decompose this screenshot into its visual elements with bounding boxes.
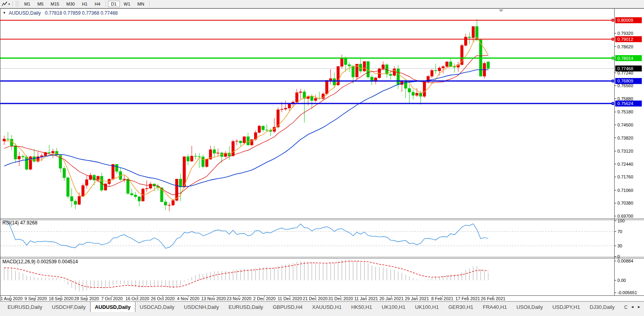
- chart-tab-gbpusd-h4[interactable]: GBPUSD,H4: [268, 302, 307, 312]
- price-tick-label: 0.73120: [617, 149, 633, 153]
- chart-title-symbol: AUDUSD,Daily: [9, 10, 41, 16]
- macd-axis-label: 0.00884: [617, 259, 633, 263]
- chart-tab-usdchf-daily[interactable]: USDCHF,Daily: [47, 302, 90, 312]
- chart-tab-ger30-h1[interactable]: GER30,H1: [444, 302, 478, 312]
- timeframe-button-m5[interactable]: M5: [34, 1, 46, 7]
- chart-tab-eurusd-daily[interactable]: EURUSD,Daily: [3, 302, 46, 312]
- price-level-badge-label: 0.76809: [617, 79, 633, 83]
- price-tick-label: 0.72440: [617, 162, 633, 167]
- date-label: 2 Dec 2020: [253, 296, 276, 301]
- date-label: 11 Dec 2020: [278, 296, 302, 301]
- chart-shift-marker[interactable]: [499, 10, 503, 12]
- tabs-scroll-right-icon[interactable]: ►: [637, 305, 641, 309]
- price-level-badge-label: 0.79012: [617, 37, 633, 42]
- price-tick-label: 0.75880: [617, 96, 633, 101]
- date-label: 18 Sep 2020: [49, 296, 73, 301]
- candles: [3, 19, 490, 211]
- rsi-line: [4, 221, 488, 248]
- date-label: 21 Dec 2020: [303, 296, 328, 301]
- chart-tab-strip: EURUSD,DailyUSDCHF,DailyAUDUSD,DailyUSDC…: [0, 301, 644, 316]
- price-level-badge-label: 0.75624: [617, 101, 633, 106]
- chart-cursor-icon: [2, 2, 8, 7]
- timeframe-button-m15[interactable]: M15: [48, 1, 62, 7]
- price-tick-label: 0.75180: [617, 109, 633, 114]
- date-label: 29 Jan 2021: [405, 296, 429, 301]
- date-label: 7 Oct 2020: [101, 296, 123, 301]
- date-label: 31 Dec 2020: [328, 296, 353, 301]
- macd-signal-line: [4, 261, 488, 288]
- price-level-badge-label: 0.77468: [617, 66, 633, 71]
- price-tick-label: 0.74500: [617, 123, 633, 127]
- rsi-pane-label: RSI(14) 47.9268: [2, 220, 37, 226]
- tabs-scroll-left-icon[interactable]: ◄: [631, 305, 634, 309]
- date-label: 31 Aug 2020: [0, 296, 23, 301]
- price-tick-label: 0.78620: [617, 44, 633, 49]
- price-tick-label: 0.79320: [617, 31, 633, 36]
- chart-tab-hk50-h1[interactable]: HK50,H1: [347, 302, 376, 312]
- timeframe-button-d1[interactable]: D1: [108, 1, 120, 7]
- date-label: 23 Nov 2020: [227, 296, 251, 301]
- timeframe-toolbar: ▾ M1M5M15M30H1H4D1W1MN: [0, 0, 644, 8]
- toolbar-separator: [13, 1, 13, 7]
- timeframe-button-mn[interactable]: MN: [134, 1, 147, 7]
- chart-area[interactable]: 0.793200.786200.779400.772400.765600.758…: [0, 0, 644, 316]
- macd-axis-label: 0.00: [617, 278, 626, 283]
- tab-scroll-controls: ◄ ►: [627, 302, 644, 312]
- chart-tab-xauusd-h1[interactable]: XAUUSD,H1: [308, 302, 346, 312]
- date-label: 4 Nov 2020: [177, 296, 199, 301]
- chart-tab-usdjpy-h1[interactable]: USDJPY,H1: [548, 302, 584, 312]
- price-level-badge-label: 0.80009: [617, 18, 633, 23]
- price-tick-label: 0.73820: [617, 136, 633, 140]
- chart-title-ohlc: 0.77818 0.77859 0.77368 0.77468: [45, 10, 118, 16]
- date-label: 26 Oct 2020: [151, 296, 175, 301]
- toolbar-grip[interactable]: [16, 1, 18, 7]
- price-tick-label: 0.69700: [617, 214, 633, 218]
- toolbar-separator: [106, 1, 106, 7]
- timeframe-button-m30[interactable]: M30: [63, 1, 78, 7]
- chart-tab-usdcad-daily[interactable]: USDCAD,Daily: [135, 302, 179, 312]
- chart-tabs: EURUSD,DailyUSDCHF,DailyAUDUSD,DailyUSDC…: [0, 302, 627, 312]
- price-tick-label: 0.71760: [617, 174, 633, 179]
- date-label: 16 Oct 2020: [125, 296, 149, 301]
- date-label: 28 Sep 2020: [74, 296, 99, 301]
- timeframe-button-w1[interactable]: W1: [121, 1, 134, 7]
- rsi-axis-label: 70: [617, 229, 622, 234]
- rsi-axis-label: 100: [617, 218, 625, 223]
- chart-tab-usoil-daily[interactable]: USOil,Daily: [512, 302, 547, 312]
- chart-tab-audusd-daily[interactable]: AUDUSD,Daily: [90, 302, 135, 312]
- date-label: 11 Jan 2021: [354, 296, 378, 301]
- timeframe-button-h1[interactable]: H1: [79, 1, 91, 7]
- macd-pane-label: MACD(12,26,9) 0.002539 0.004514: [2, 259, 78, 264]
- chart-tab-fra40-h1[interactable]: FRA40,H1: [478, 302, 511, 312]
- dropdown-caret-icon[interactable]: ▾: [8, 2, 10, 6]
- price-tick-label: 0.76560: [617, 83, 633, 88]
- cursor-tool-button[interactable]: ▾: [0, 2, 11, 7]
- chart-tab-dj30-daily[interactable]: DJ30,Daily: [585, 302, 619, 312]
- chart-menu-arrow-icon[interactable]: ▼: [3, 11, 6, 15]
- date-label: 26 Feb 2021: [481, 296, 505, 301]
- mt4-window: ▾ M1M5M15M30H1H4D1W1MN 0.793200.786200.7…: [0, 0, 644, 316]
- date-label: 9 Sep 2020: [25, 296, 47, 301]
- chart-tab-uk100-h1[interactable]: UK100,H1: [377, 302, 410, 312]
- toolbar-separator: [149, 1, 150, 7]
- chart-tab-usdcnh-daily[interactable]: USDCNH,Daily: [179, 302, 223, 312]
- chart-generated-layers: 0.793200.786200.779400.772400.765600.758…: [0, 8, 644, 301]
- date-label: 20 Jan 2021: [380, 296, 404, 301]
- date-label: 13 Nov 2020: [201, 296, 226, 301]
- price-tick-label: 0.71060: [617, 188, 633, 193]
- moving-average-ma-fast: [4, 37, 488, 200]
- macd-axis-label: -0.005651: [617, 290, 637, 295]
- moving-average-ma-mid: [4, 56, 488, 195]
- chart-tab-uk100-h1[interactable]: UK100,H1: [411, 302, 443, 312]
- chart-tab-eurusd-daily[interactable]: EURUSD,Daily: [224, 302, 267, 312]
- timeframe-buttons: M1M5M15M30H1H4D1W1MN: [21, 0, 151, 8]
- chart-tab-china300-h1[interactable]: CHINA300,H1: [620, 302, 627, 312]
- rsi-axis-label: 30: [617, 243, 622, 248]
- timeframe-button-h4[interactable]: H4: [91, 1, 103, 7]
- price-tick-label: 0.70380: [617, 201, 633, 205]
- price-level-badge-label: 0.78014: [617, 56, 633, 61]
- moving-average-ma-slow: [4, 70, 488, 187]
- timeframe-button-m1[interactable]: M1: [21, 1, 33, 7]
- date-label: 17 Feb 2021: [455, 296, 480, 301]
- date-label: 8 Feb 2021: [431, 296, 453, 301]
